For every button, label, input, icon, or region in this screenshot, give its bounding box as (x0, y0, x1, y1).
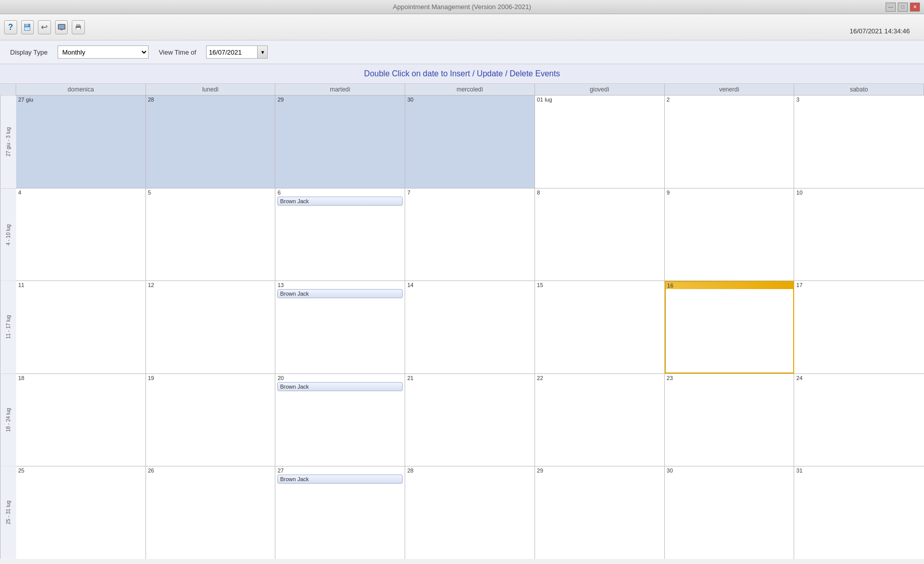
calendar-container: domenica lunedì martedì mercoledì gioved… (0, 84, 924, 559)
day-number: 13 (277, 282, 403, 288)
event-brown-jack[interactable]: Brown Jack (277, 475, 403, 484)
print-icon (74, 23, 82, 31)
calendar-day[interactable]: 22 (535, 374, 665, 466)
calendar-day[interactable]: 7 (405, 189, 535, 281)
day-number: 18 (18, 375, 143, 381)
calendar-day[interactable]: 29 (535, 466, 665, 559)
datetime-display: 16/07/2021 14:34:46 (850, 27, 910, 35)
week-label-4: 18 - 24 lug (0, 374, 16, 466)
calendar-day[interactable]: 2 (665, 96, 795, 188)
calendar-day[interactable]: 23 (665, 374, 795, 466)
svg-rect-2 (25, 27, 30, 30)
minimize-button[interactable]: — (886, 3, 896, 12)
calendar-day[interactable]: 30 (405, 96, 535, 188)
day-number: 15 (537, 282, 662, 288)
back-button[interactable]: ↩ (38, 20, 51, 34)
day-number: 7 (407, 190, 532, 196)
day-number: 4 (18, 190, 143, 196)
calendar-day[interactable]: 21 (405, 374, 535, 466)
day-number: 2 (667, 97, 792, 103)
calendar-day[interactable]: 28 (405, 466, 535, 559)
help-button[interactable]: ? (4, 20, 17, 34)
day-number: 3 (796, 97, 922, 103)
calendar-week-3: 11 - 17 lug 11 12 13 Brown Jack 14 15 16… (0, 281, 924, 374)
svg-rect-1 (25, 24, 28, 26)
calendar-day[interactable]: 15 (535, 281, 665, 373)
calendar-day[interactable]: 14 (405, 281, 535, 373)
calendar-day[interactable]: 30 (665, 466, 795, 559)
save-button[interactable] (21, 20, 34, 34)
calendar-day[interactable]: 28 (146, 96, 276, 188)
calendar-header: domenica lunedì martedì mercoledì gioved… (0, 84, 924, 96)
calendar-day[interactable]: 8 (535, 189, 665, 281)
maximize-button[interactable]: □ (898, 3, 908, 12)
day-number: 10 (796, 190, 922, 196)
day-header-sabato: sabato (794, 84, 924, 95)
calendar-day-today[interactable]: 16 (665, 281, 795, 373)
day-number: 22 (537, 375, 662, 381)
date-picker-button[interactable]: ▼ (257, 46, 267, 58)
event-brown-jack[interactable]: Brown Jack (277, 197, 403, 206)
calendar-day[interactable]: 9 (665, 189, 795, 281)
calendar-day[interactable]: 17 (794, 281, 924, 373)
day-number: 17 (796, 282, 922, 288)
day-number: 27 giu (18, 97, 143, 103)
monitor-icon (58, 23, 66, 31)
day-number: 25 (18, 467, 143, 474)
day-number: 01 lug (537, 97, 662, 103)
today-number: 16 (666, 282, 794, 289)
print-button[interactable] (72, 20, 85, 34)
day-number: 24 (796, 375, 922, 381)
calendar-day[interactable]: 10 (794, 189, 924, 281)
date-input-wrapper: ▼ (206, 45, 268, 59)
close-button[interactable]: ✕ (910, 3, 920, 12)
calendar-day[interactable]: 29 (275, 96, 405, 188)
save-icon (23, 23, 31, 31)
week-label-5: 25 - 31 lug (0, 466, 16, 559)
calendar-day[interactable]: 20 Brown Jack (275, 374, 405, 466)
monitor-button[interactable] (55, 20, 68, 34)
instruction-text: Double Click on date to Insert / Update … (364, 69, 560, 78)
date-input[interactable] (207, 49, 257, 56)
day-number: 21 (407, 375, 532, 381)
day-number: 12 (148, 282, 273, 288)
calendar-day[interactable]: 6 Brown Jack (275, 189, 405, 281)
instruction-bar: Double Click on date to Insert / Update … (0, 64, 924, 84)
calendar-week-5: 25 - 31 lug 25 26 27 Brown Jack 28 29 30… (0, 466, 924, 559)
calendar-day[interactable]: 5 (146, 189, 276, 281)
calendar-day[interactable]: 31 (794, 466, 924, 559)
display-type-select[interactable]: Monthly (58, 45, 149, 59)
day-header-domenica: domenica (16, 84, 146, 95)
calendar-day[interactable]: 25 (16, 466, 146, 559)
svg-rect-7 (76, 24, 80, 26)
day-number: 30 (667, 467, 792, 474)
event-brown-jack[interactable]: Brown Jack (277, 382, 403, 391)
day-number: 29 (537, 467, 662, 474)
calendar-day[interactable]: 18 (16, 374, 146, 466)
calendar-day[interactable]: 19 (146, 374, 276, 466)
day-header-giovedi: giovedì (535, 84, 665, 95)
event-brown-jack[interactable]: Brown Jack (277, 289, 403, 298)
calendar-day[interactable]: 4 (16, 189, 146, 281)
calendar-day[interactable]: 24 (794, 374, 924, 466)
calendar-day[interactable]: 12 (146, 281, 276, 373)
week-label-1: 27 giu - 3 lug (0, 96, 16, 188)
calendar-day[interactable]: 27 giu (16, 96, 146, 188)
window-controls: — □ ✕ (886, 3, 920, 12)
calendar-day[interactable]: 13 Brown Jack (275, 281, 405, 373)
calendar-day[interactable]: 27 Brown Jack (275, 466, 405, 559)
toolbar: ? ↩ 16/07/2021 14:34:46 (0, 14, 924, 40)
day-number: 28 (148, 97, 273, 103)
day-number: 27 (277, 467, 403, 474)
day-number: 31 (796, 467, 922, 474)
calendar-day[interactable]: 01 lug (535, 96, 665, 188)
day-number: 6 (277, 190, 403, 196)
week-label-3: 11 - 17 lug (0, 281, 16, 373)
day-number: 20 (277, 375, 403, 381)
day-header-mercoledi: mercoledì (405, 84, 535, 95)
day-number: 19 (148, 375, 273, 381)
calendar-day[interactable]: 11 (16, 281, 146, 373)
day-number: 8 (537, 190, 662, 196)
calendar-day[interactable]: 3 (794, 96, 924, 188)
calendar-day[interactable]: 26 (146, 466, 276, 559)
